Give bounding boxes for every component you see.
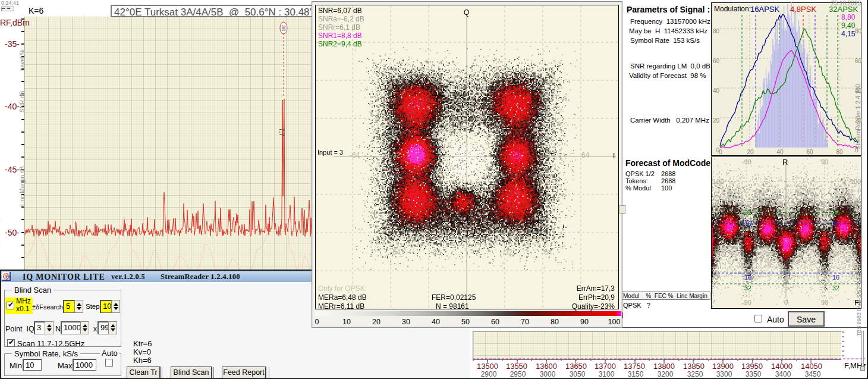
svg-text:80: 80: [713, 202, 720, 209]
svg-text:-90: -90: [742, 299, 751, 306]
svg-text:-90: -90: [742, 158, 751, 165]
svg-text:80: 80: [850, 202, 857, 209]
svg-text:0: 0: [784, 299, 788, 306]
svg-text:40: 40: [850, 249, 857, 256]
svg-text:38: 38: [281, 25, 287, 31]
svg-text:16: 16: [832, 220, 839, 227]
svg-text:90: 90: [821, 299, 828, 306]
svg-text:7,7: 7,7: [278, 128, 285, 136]
svg-text:20: 20: [713, 272, 720, 280]
svg-text:32: 32: [744, 209, 751, 216]
svg-text:32: 32: [832, 209, 839, 216]
svg-text:R: R: [782, 158, 788, 167]
svg-text:16: 16: [744, 274, 751, 281]
svg-text:32: 32: [744, 284, 751, 292]
svg-text:40: 40: [713, 249, 720, 256]
svg-text:Fi: Fi: [854, 298, 861, 307]
svg-text:32: 32: [832, 284, 839, 292]
svg-text:16: 16: [744, 220, 751, 227]
svg-text:16: 16: [832, 274, 839, 281]
svg-text:90: 90: [821, 158, 828, 165]
svg-text:100: 100: [713, 178, 724, 185]
svg-text:20: 20: [850, 272, 857, 280]
svg-text:100: 100: [850, 178, 861, 185]
